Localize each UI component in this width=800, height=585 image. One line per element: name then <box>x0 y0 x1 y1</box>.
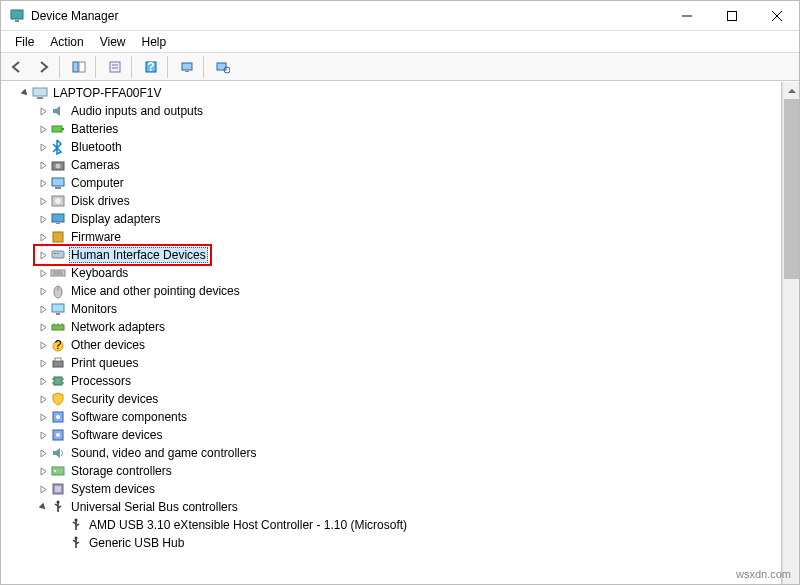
tree-category[interactable]: Monitors <box>1 300 781 318</box>
svg-rect-14 <box>185 71 189 72</box>
category-label: Display adapters <box>69 211 162 227</box>
expand-icon[interactable] <box>37 449 49 458</box>
expand-icon[interactable] <box>37 341 49 350</box>
expand-icon[interactable] <box>37 305 49 314</box>
toolbar-separator <box>167 56 171 78</box>
expand-icon[interactable] <box>37 215 49 224</box>
show-hide-console-button[interactable] <box>67 56 91 78</box>
tree-category[interactable]: Universal Serial Bus controllers <box>1 498 781 516</box>
expand-icon[interactable] <box>37 467 49 476</box>
minimize-button[interactable] <box>664 1 709 31</box>
expand-icon[interactable] <box>37 359 49 368</box>
toolbar: ? <box>1 53 799 81</box>
expand-icon[interactable] <box>37 125 49 134</box>
disk-icon <box>50 193 66 209</box>
svg-rect-39 <box>56 313 60 315</box>
tree-category[interactable]: Software devices <box>1 426 781 444</box>
keyboard-icon <box>50 265 66 281</box>
maximize-button[interactable] <box>709 1 754 31</box>
expand-icon[interactable] <box>37 179 49 188</box>
tree-category[interactable]: Keyboards <box>1 264 781 282</box>
svg-rect-29 <box>53 232 63 242</box>
category-label: Monitors <box>69 301 119 317</box>
expand-icon[interactable] <box>37 143 49 152</box>
expand-icon[interactable] <box>37 503 49 512</box>
monitor-icon <box>50 301 66 317</box>
category-label: Sound, video and game controllers <box>69 445 258 461</box>
close-button[interactable] <box>754 1 799 31</box>
svg-point-58 <box>54 470 56 472</box>
tree-category[interactable]: System devices <box>1 480 781 498</box>
menu-view[interactable]: View <box>92 33 134 51</box>
tree-category[interactable]: Print queues <box>1 354 781 372</box>
category-label: Print queues <box>69 355 140 371</box>
category-label: Network adapters <box>69 319 167 335</box>
category-label: Security devices <box>69 391 160 407</box>
category-label: Universal Serial Bus controllers <box>69 499 240 515</box>
expand-icon[interactable] <box>37 287 49 296</box>
collapse-icon[interactable] <box>19 89 31 98</box>
tree-category[interactable]: Audio inputs and outputs <box>1 102 781 120</box>
category-label: Audio inputs and outputs <box>69 103 205 119</box>
device-tree[interactable]: LAPTOP-FFA00F1VAudio inputs and outputsB… <box>1 82 782 584</box>
tree-category[interactable]: Storage controllers <box>1 462 781 480</box>
svg-point-26 <box>55 198 61 204</box>
menu-file[interactable]: File <box>7 33 42 51</box>
expand-icon[interactable] <box>37 197 49 206</box>
expand-icon[interactable] <box>37 269 49 278</box>
scan-hardware-button[interactable] <box>175 56 199 78</box>
scroll-thumb[interactable] <box>784 99 799 279</box>
tree-device[interactable]: AMD USB 3.10 eXtensible Host Controller … <box>1 516 781 534</box>
tree-category[interactable]: Mice and other pointing devices <box>1 282 781 300</box>
tree-category[interactable]: Sound, video and game controllers <box>1 444 781 462</box>
expand-icon[interactable] <box>37 413 49 422</box>
tree-category[interactable]: Computer <box>1 174 781 192</box>
category-label: Bluetooth <box>69 139 124 155</box>
expand-icon[interactable] <box>37 161 49 170</box>
expand-icon[interactable] <box>37 323 49 332</box>
menu-bar: File Action View Help <box>1 31 799 53</box>
tree-category[interactable]: Software components <box>1 408 781 426</box>
tree-device[interactable]: Generic USB Hub <box>1 534 781 552</box>
category-label: System devices <box>69 481 157 497</box>
scroll-up-button[interactable] <box>783 82 800 99</box>
tree-category[interactable]: Human Interface Devices <box>1 246 781 264</box>
tree-category[interactable]: Network adapters <box>1 318 781 336</box>
svg-rect-13 <box>182 63 192 70</box>
app-icon <box>9 8 25 24</box>
vertical-scrollbar[interactable] <box>782 82 799 584</box>
tree-category[interactable]: Cameras <box>1 156 781 174</box>
properties-button[interactable] <box>103 56 127 78</box>
expand-icon[interactable] <box>37 377 49 386</box>
expand-icon[interactable] <box>37 233 49 242</box>
tree-category[interactable]: Display adapters <box>1 210 781 228</box>
tree-category[interactable]: Disk drives <box>1 192 781 210</box>
expand-icon[interactable] <box>37 395 49 404</box>
svg-rect-28 <box>56 223 60 224</box>
tree-category[interactable]: Bluetooth <box>1 138 781 156</box>
expand-icon[interactable] <box>37 251 49 260</box>
tree-category[interactable]: Processors <box>1 372 781 390</box>
menu-help[interactable]: Help <box>134 33 175 51</box>
tree-category[interactable]: Security devices <box>1 390 781 408</box>
menu-action[interactable]: Action <box>42 33 91 51</box>
network-icon <box>50 319 66 335</box>
tree-category[interactable]: ?Other devices <box>1 336 781 354</box>
help-button[interactable]: ? <box>139 56 163 78</box>
hid-icon <box>50 247 66 263</box>
category-label: Cameras <box>69 157 122 173</box>
forward-button[interactable] <box>31 56 55 78</box>
devices-view-button[interactable] <box>211 56 235 78</box>
expand-icon[interactable] <box>37 107 49 116</box>
expand-icon[interactable] <box>37 431 49 440</box>
category-label: Human Interface Devices <box>69 247 208 263</box>
sound-icon <box>50 445 66 461</box>
tree-root[interactable]: LAPTOP-FFA00F1V <box>1 84 781 102</box>
tree-category[interactable]: Batteries <box>1 120 781 138</box>
firmware-icon <box>50 229 66 245</box>
category-label: Computer <box>69 175 126 191</box>
svg-rect-7 <box>79 62 85 72</box>
back-button[interactable] <box>5 56 29 78</box>
svg-rect-17 <box>33 88 47 96</box>
expand-icon[interactable] <box>37 485 49 494</box>
